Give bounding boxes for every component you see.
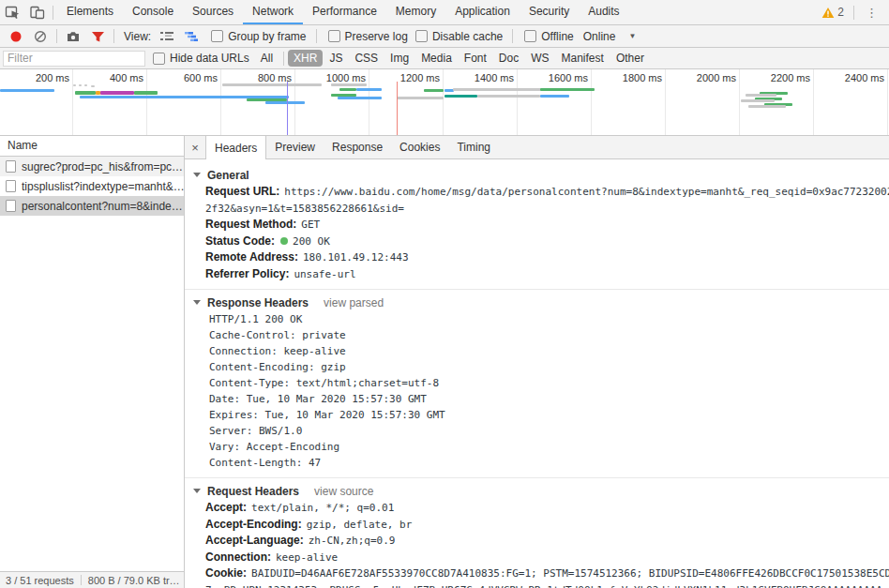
header-key: Request URL: <box>205 185 279 198</box>
response-headers-view-toggle-link[interactable]: view parsed <box>324 296 384 309</box>
tab-security[interactable]: Security <box>520 0 579 24</box>
tab-performance[interactable]: Performance <box>303 0 386 24</box>
header-value: 200 OK <box>293 235 330 248</box>
response-headers-header[interactable]: Response Headersview parsed <box>185 294 889 311</box>
chevron-down-icon: ▼ <box>628 32 636 40</box>
details-tab-cookies[interactable]: Cookies <box>391 136 448 158</box>
filter-icon[interactable] <box>85 24 110 49</box>
disable-cache-checkbox[interactable] <box>415 30 428 42</box>
tick-label: 2400 ms <box>845 72 884 83</box>
large-rows-icon[interactable] <box>155 24 179 49</box>
tab-sources[interactable]: Sources <box>183 0 243 24</box>
header-key: Status Code: <box>205 234 275 248</box>
overview-bar <box>540 88 595 91</box>
filter-chip-all[interactable]: All <box>255 50 279 67</box>
close-icon[interactable]: × <box>185 136 205 158</box>
transfer-summary: 800 B / 79.0 KB tr… <box>88 575 180 586</box>
filter-chip-css[interactable]: CSS <box>349 50 384 67</box>
offline-checkbox[interactable] <box>524 30 536 42</box>
waterfall-icon[interactable] <box>179 24 203 49</box>
filter-chip-js[interactable]: JS <box>324 50 348 67</box>
response-header-line: Connection: keep-alive <box>185 343 889 359</box>
filter-input[interactable] <box>3 51 145 67</box>
header-value: Content-Encoding: gzip <box>209 361 346 373</box>
overview-bar <box>356 88 382 91</box>
filter-chip-img[interactable]: Img <box>384 50 414 67</box>
header-row: Status Code:200 OK <box>185 234 889 250</box>
details-tab-timing[interactable]: Timing <box>448 136 499 158</box>
triangle-expanded-icon <box>193 300 201 305</box>
response-header-line: Date: Tue, 10 Mar 2020 15:57:30 GMT <box>185 391 889 407</box>
tab-elements[interactable]: Elements <box>57 0 123 24</box>
tabbar-right: 2 ⋮ <box>816 6 889 20</box>
record-icon[interactable] <box>4 24 28 49</box>
device-toolbar-icon[interactable] <box>24 0 49 24</box>
filter-chip-other[interactable]: Other <box>610 50 650 67</box>
details-tab-preview[interactable]: Preview <box>266 136 324 158</box>
warnings-indicator[interactable]: 2 <box>816 6 850 19</box>
group-by-frame-checkbox[interactable] <box>211 30 223 42</box>
tick-label: 1800 ms <box>623 72 662 83</box>
tab-application[interactable]: Application <box>445 0 520 24</box>
header-value: zh-CN,zh;q=0.9 <box>309 535 396 547</box>
filter-chip-font[interactable]: Font <box>459 50 492 67</box>
filter-chip-media[interactable]: Media <box>415 50 458 67</box>
header-value: Server: BWS/1.0 <box>209 425 302 437</box>
throttling-dropdown[interactable]: Online ▼ <box>583 30 637 43</box>
filter-chip-doc[interactable]: Doc <box>493 50 524 67</box>
response-headers-title: Response Headers <box>207 296 309 309</box>
grid-line <box>591 69 592 135</box>
cookie-line: 7; BD_UPN=12314353; BDUSS=m5veUhzdFZBeHR… <box>185 582 889 588</box>
tick-label: 400 ms <box>110 72 143 83</box>
details-tab-response[interactable]: Response <box>324 136 391 158</box>
overview-bar <box>84 84 87 86</box>
header-value: text/plain, */*; q=0.01 <box>251 502 394 514</box>
more-options-icon[interactable]: ⋮ <box>858 6 885 20</box>
request-headers-header[interactable]: Request Headersview source <box>185 482 889 500</box>
hide-data-urls-checkbox[interactable] <box>153 53 165 65</box>
name-column-header[interactable]: Name <box>0 136 184 157</box>
filter-chip-manifest[interactable]: Manifest <box>556 50 610 67</box>
overview-bar <box>0 89 54 92</box>
header-key: Connection: <box>205 550 271 564</box>
requests-summary: 3 / 51 requests <box>6 575 74 586</box>
filter-chip-xhr[interactable]: XHR <box>288 50 323 67</box>
overview-bar <box>746 94 776 97</box>
overview-bar <box>397 97 444 99</box>
request-row[interactable]: personalcontent?num=8&inde… <box>0 196 184 216</box>
request-headers-view-toggle-link[interactable]: view source <box>314 485 373 498</box>
request-name: personalcontent?num=8&inde… <box>22 200 183 213</box>
general-section-title: General <box>207 169 249 182</box>
divider <box>56 29 57 43</box>
clear-icon[interactable] <box>28 24 53 49</box>
timeline-overview[interactable]: 200 ms400 ms600 ms800 ms1000 ms1200 ms14… <box>0 69 889 136</box>
grid-line <box>813 69 814 135</box>
header-value-continued: 2f32&asyn=1&t=1583856228661&sid= <box>185 201 889 218</box>
request-row[interactable]: sugrec?prod=pc_his&from=pc… <box>0 157 184 176</box>
header-value: 7; BD_UPN=12314353; BDUSS=m5veUhzdFZBeHR… <box>205 584 882 588</box>
header-value: unsafe-url <box>294 268 355 280</box>
tab-memory[interactable]: Memory <box>386 0 445 24</box>
header-key: Accept: <box>205 501 247 514</box>
capture-screenshots-icon[interactable] <box>61 24 85 49</box>
header-row: Connection:keep-alive <box>185 550 889 566</box>
inspect-element-icon[interactable] <box>0 0 24 24</box>
file-icon <box>6 160 16 173</box>
overview-bar <box>540 95 569 98</box>
divider <box>853 6 854 20</box>
network-toolbar: View: Group by frame Preserve log Disabl… <box>0 25 889 48</box>
status-bar: 3 / 51 requests 800 B / 79.0 KB tr… <box>0 571 184 588</box>
tick-label: 2200 ms <box>771 72 810 83</box>
tab-console[interactable]: Console <box>123 0 183 24</box>
tick-label: 1200 ms <box>400 72 440 83</box>
details-tab-headers[interactable]: Headers <box>205 136 266 159</box>
tab-network[interactable]: Network <box>243 0 303 24</box>
tab-audits[interactable]: Audits <box>579 0 628 24</box>
header-value: 2f32&asyn=1&t=1583856228661&sid= <box>205 203 404 215</box>
filter-chip-ws[interactable]: WS <box>525 50 554 67</box>
general-section-header[interactable]: General <box>185 166 889 184</box>
request-row[interactable]: tipspluslist?indextype=manht&… <box>0 176 184 196</box>
preserve-log-checkbox[interactable] <box>328 30 340 42</box>
header-value: gzip, deflate, br <box>307 519 413 531</box>
overview-bar <box>222 83 322 86</box>
